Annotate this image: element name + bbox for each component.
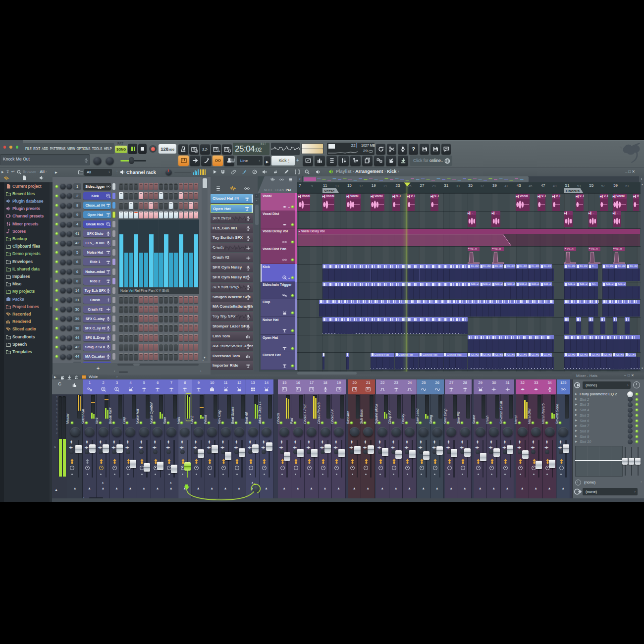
svg-text:Chorus: Chorus [566,189,580,193]
svg-text:Verse: Verse [324,189,335,193]
